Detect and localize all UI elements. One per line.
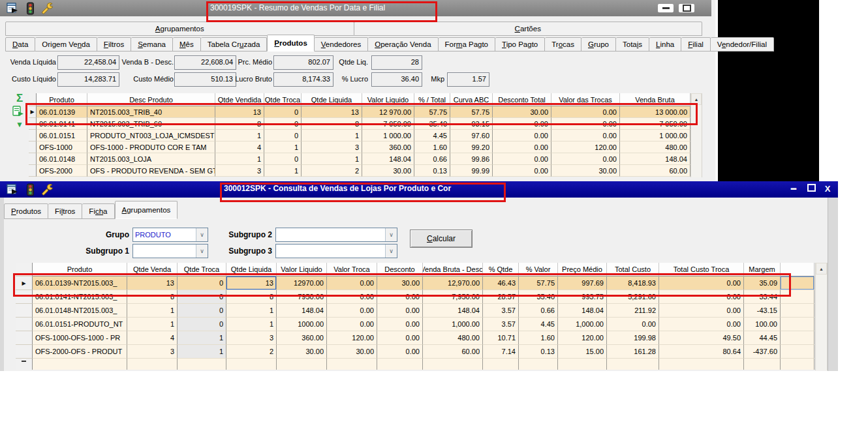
table-cell[interactable]: 1 xyxy=(178,345,226,359)
table-cell[interactable]: 15.00 xyxy=(558,345,607,359)
column-header[interactable]: Qtde Troca xyxy=(178,263,226,276)
table-cell[interactable]: 33.44 xyxy=(744,290,781,304)
table-row[interactable]: OFS-2000OFS - PRODUTO REVENDA - SEM GTIN… xyxy=(29,165,690,177)
table-cell[interactable]: 1 xyxy=(178,331,226,345)
table-cell[interactable]: 7.14 xyxy=(483,345,519,359)
table-cell[interactable]: NT2015.003_TRIB_40 xyxy=(87,106,215,118)
table-cell[interactable]: 3 xyxy=(127,345,178,359)
table-cell[interactable]: 0.00 xyxy=(551,118,620,130)
row-selector[interactable] xyxy=(16,345,33,359)
window2-vertical-scrollbar[interactable]: ▲ xyxy=(815,263,828,370)
table-cell[interactable]: 480.00 xyxy=(423,331,483,345)
table-cell[interactable]: 480.00 xyxy=(620,141,690,153)
table-cell[interactable]: 0.00 xyxy=(493,141,551,153)
tab-vendedor-filial[interactable]: Vendedor/Filial xyxy=(711,37,774,52)
table-cell[interactable]: 06.01.0148 xyxy=(37,153,87,165)
table-cell[interactable]: 06.01.0139 xyxy=(37,106,87,118)
table-cell[interactable]: 1 xyxy=(215,153,264,165)
table-cell[interactable]: 1 xyxy=(226,304,277,318)
table-cell[interactable]: 3 xyxy=(215,165,264,177)
table-cell[interactable]: 0.66 xyxy=(414,153,450,165)
tab-forma-pagto[interactable]: Forma Pagto xyxy=(439,37,496,52)
table-row[interactable]: ▶06.01.0139-NT2015.003_1301312970.000.00… xyxy=(16,276,814,290)
column-header[interactable]: Desconto Total xyxy=(493,93,551,106)
table-cell[interactable]: 1 xyxy=(127,318,178,331)
window1-minimize-button[interactable] xyxy=(658,4,674,12)
table-cell[interactable]: 0.00 xyxy=(327,276,377,290)
table-cell[interactable]: NT2015.003_TRIB_60 xyxy=(87,118,215,130)
column-header[interactable]: Produto xyxy=(33,263,127,276)
row-selector[interactable]: ▶ xyxy=(16,276,33,290)
table-cell[interactable]: 0.00 xyxy=(659,318,744,331)
table-cell[interactable]: 57.75 xyxy=(519,276,558,290)
table-cell[interactable]: 0.00 xyxy=(377,345,423,359)
column-header[interactable]: Valor Troca xyxy=(327,263,377,276)
sum-icon[interactable]: Σ xyxy=(13,93,26,104)
tab-grupo[interactable]: Grupo xyxy=(581,37,616,52)
row-selector[interactable] xyxy=(29,165,37,177)
table-cell[interactable]: 0.00 xyxy=(327,318,377,331)
table-cell[interactable]: 13 xyxy=(226,276,277,290)
table-cell[interactable]: 06.01.0148-NT2015.003_ xyxy=(33,304,127,318)
table-cell[interactable]: 4 xyxy=(215,141,264,153)
column-header[interactable]: Qtde Troca xyxy=(264,93,302,106)
table-cell[interactable]: 80.64 xyxy=(659,345,744,359)
table-cell[interactable]: 1 xyxy=(264,165,302,177)
table-row[interactable]: OFS-2000-OFS - PRODUT31230.0030.000.0060… xyxy=(16,345,814,359)
wrench-icon[interactable] xyxy=(41,183,54,196)
table-cell[interactable]: 99.99 xyxy=(450,165,493,177)
grupo-combobox[interactable]: PRODUTO ∨ xyxy=(132,228,208,242)
table-row[interactable]: OFS-1000OFS-1000 - PRODUTO COR E TAM4133… xyxy=(29,141,690,153)
tab-ficha[interactable]: Ficha xyxy=(82,203,114,219)
table-cell[interactable]: 28.57 xyxy=(483,290,519,304)
table-cell-empty[interactable] xyxy=(781,290,814,304)
column-header[interactable]: Qtde Vendida xyxy=(215,93,264,106)
table-cell[interactable]: 0.66 xyxy=(519,304,558,318)
column-header[interactable]: Valor Liquido xyxy=(277,263,327,276)
table-cell[interactable]: 30.00 xyxy=(493,106,551,118)
table-cell[interactable]: 10.71 xyxy=(483,331,519,345)
table-row[interactable]: 06.01.0148NT2015.003_LOJA101148.040.6699… xyxy=(29,153,690,165)
table-cell[interactable]: 5,291.60 xyxy=(607,290,659,304)
table-cell[interactable]: 35.40 xyxy=(519,290,558,304)
table-cell[interactable]: 7 950.00 xyxy=(620,118,690,130)
table-cell[interactable]: 8 xyxy=(127,290,178,304)
table-cell[interactable]: 35.40 xyxy=(414,118,450,130)
export-grid-icon[interactable] xyxy=(11,105,25,117)
table-cell[interactable]: 0.00 xyxy=(659,290,744,304)
table-cell[interactable]: 57.75 xyxy=(414,106,450,118)
window1-titlebar[interactable]: 300019SPK - Resumo de Vendas Por Data e … xyxy=(0,0,711,16)
table-cell[interactable]: OFS-2000-OFS - PRODUT xyxy=(33,345,127,359)
table-cell[interactable]: 0.00 xyxy=(493,118,551,130)
row-selector[interactable] xyxy=(16,290,33,304)
table-cell[interactable]: 30.00 xyxy=(551,165,620,177)
table-cell[interactable]: 0.00 xyxy=(377,290,423,304)
table-cell[interactable]: 7,950.00 xyxy=(423,290,483,304)
table-cell[interactable]: 13 000.00 xyxy=(620,106,690,118)
column-header[interactable]: Qtde Liquida xyxy=(302,93,362,106)
table-cell[interactable]: 1 xyxy=(264,141,302,153)
tab-m-s[interactable]: Mês xyxy=(173,37,201,52)
table-cell[interactable]: 06.01.0151-PRODUTO_NT xyxy=(33,318,127,331)
table-cell[interactable]: PRODUTO_NT003_LOJA_ICMSDESTINO xyxy=(87,130,215,141)
table-cell[interactable]: 57.75 xyxy=(450,106,493,118)
table-cell[interactable]: 13 xyxy=(215,106,264,118)
table-cell[interactable]: 49.50 xyxy=(659,331,744,345)
column-header[interactable]: Qtde Liquida xyxy=(226,263,277,276)
table-cell[interactable]: 8,418.93 xyxy=(607,276,659,290)
table-cell[interactable]: 148.04 xyxy=(423,304,483,318)
column-header[interactable]: Valor Liquido xyxy=(362,93,414,106)
table-cell[interactable]: 0 xyxy=(178,276,226,290)
table-cell[interactable]: 1 xyxy=(302,130,362,141)
table-row[interactable]: 06.01.0148-NT2015.003_101148.040.000.001… xyxy=(16,304,814,318)
table-cell[interactable]: 120.00 xyxy=(551,141,620,153)
tab-filtros[interactable]: Filtros xyxy=(97,37,131,52)
row-selector[interactable] xyxy=(29,153,37,165)
table-cell[interactable]: 35.09 xyxy=(744,276,781,290)
table-cell[interactable]: 3 xyxy=(226,331,277,345)
tab-data[interactable]: Data xyxy=(5,37,35,52)
table-cell[interactable]: 2 xyxy=(226,345,277,359)
table-cell[interactable]: 8 xyxy=(302,118,362,130)
table-cell-empty[interactable] xyxy=(781,276,814,290)
table-cell[interactable]: 1,000.00 xyxy=(558,318,607,331)
